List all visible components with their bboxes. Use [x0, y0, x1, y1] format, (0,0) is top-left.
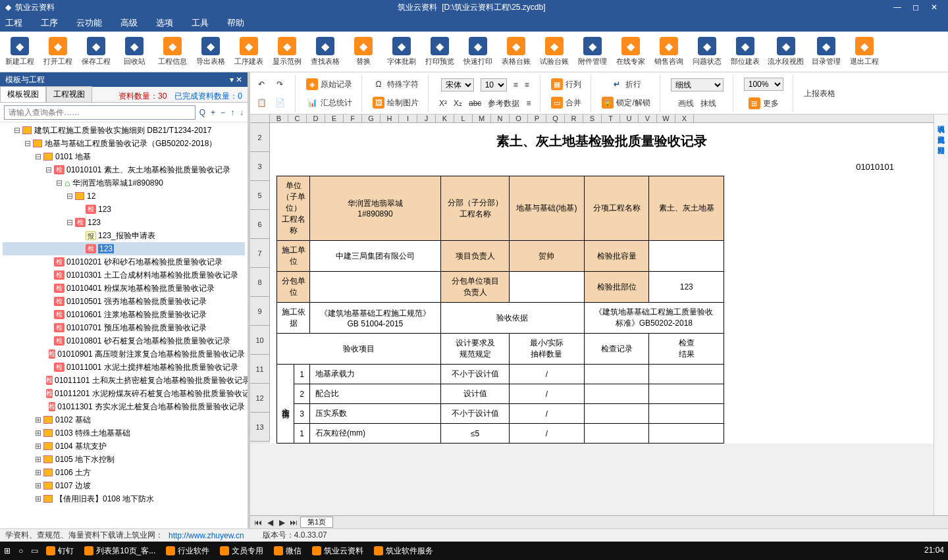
tree-leaf-12[interactable]: ⊟12 [3, 190, 245, 203]
tree-item[interactable]: 检01011201 水泥粉煤灰碎石桩复合地基检验批质量验收记录 [3, 387, 245, 400]
tab-project-view[interactable]: 工程视图 [46, 86, 92, 102]
drawline-button[interactable]: 画线 [678, 98, 694, 109]
tree-0101[interactable]: ⊟0101 地基 [3, 150, 245, 163]
toolbar-部位建表[interactable]: ◆部位建表 [729, 37, 761, 66]
toolbar-流水段视图[interactable]: ◆流水段视图 [768, 37, 804, 66]
menu-process[interactable]: 工序 [41, 17, 58, 29]
left-pane-menu-icon[interactable]: ▾ ✕ [230, 75, 242, 84]
paste-button[interactable]: 📄 [274, 97, 286, 109]
strike-icon[interactable]: abc [469, 99, 481, 108]
stats-button[interactable]: 📊汇总统计 [306, 97, 352, 109]
tree-01010101[interactable]: ⊟检01010101 素土、灰土地基检验批质量验收记录 [3, 163, 245, 176]
rside-desc[interactable]: 填表说明 [934, 115, 948, 125]
original-record-button[interactable]: ◈原始记录 [306, 78, 352, 90]
menu-options[interactable]: 选项 [156, 17, 173, 29]
up-icon[interactable]: ↑ [230, 108, 234, 117]
toolbar-退出工程[interactable]: ◆退出工程 [849, 37, 880, 66]
down-icon[interactable]: ↓ [240, 108, 244, 117]
subscript-icon[interactable]: X₂ [454, 99, 462, 108]
search-icon[interactable]: Q [199, 108, 205, 117]
toolbar-问题状态[interactable]: ◆问题状态 [691, 37, 723, 66]
tree-folder[interactable]: ⊞0107 边坡 [3, 479, 245, 492]
menu-cloud[interactable]: 云功能 [76, 17, 102, 29]
tree-item[interactable]: 检01010201 砂和砂石地基检验批质量验收记录 [3, 255, 245, 268]
toolbar-试验台账[interactable]: ◆试验台账 [539, 37, 570, 66]
toolbar-字体批刷[interactable]: ◆字体批刷 [386, 37, 417, 66]
start-button[interactable]: ⊞ [4, 546, 11, 555]
lock-button[interactable]: 🔒锁定/解锁 [602, 97, 650, 109]
toolbar-工序建表[interactable]: ◆工序建表 [233, 37, 265, 66]
sheet-next[interactable]: ▶ [276, 518, 287, 527]
taskbar-item[interactable]: 文员专用 [220, 546, 263, 557]
menu-project[interactable]: 工程 [5, 17, 22, 29]
tree-folder[interactable]: ⊞0102 基础 [3, 413, 245, 426]
tree-item[interactable]: 检01010301 土工合成材料地基检验批质量验收记录 [3, 268, 245, 282]
tree-item[interactable]: 检01010901 高压喷射注浆复合地基检验批质量验收记录 [3, 347, 245, 361]
tree-leaf-123b[interactable]: ⊟检123 [3, 216, 245, 229]
undo-button[interactable]: ↶ [255, 78, 267, 90]
taskbar-item[interactable]: 筑业云资料 [312, 546, 363, 557]
align-center-icon[interactable]: ≡ [525, 80, 529, 89]
tree-folder[interactable]: ⊞0105 地下水控制 [3, 453, 245, 466]
taskview-icon[interactable]: ▭ [31, 546, 38, 555]
tree-folder[interactable]: ⊞0106 土方 [3, 466, 245, 479]
sheet-prev[interactable]: ◀ [265, 518, 275, 527]
tree-item[interactable]: 检01011301 夯实水泥土桩复合地基检验批质量验收记录 [3, 400, 245, 413]
menu-advanced[interactable]: 高级 [120, 17, 138, 29]
toolbar-替换[interactable]: ◆替换 [348, 37, 379, 66]
toolbar-工程信息[interactable]: ◆工程信息 [157, 37, 188, 66]
menu-help[interactable]: 帮助 [227, 17, 244, 29]
taskbar-item[interactable]: 行业软件 [166, 546, 209, 557]
draw-pic-button[interactable]: 🖼绘制图片 [373, 97, 419, 109]
special-char-button[interactable]: Ω特殊字符 [373, 78, 419, 90]
sheet-first[interactable]: ⏮ [253, 518, 263, 527]
valign-icon[interactable]: ≡ [526, 99, 531, 108]
tree-root[interactable]: ⊟建筑工程施工质量验收实施细则 DB21/T1234-2017 [3, 124, 245, 137]
tree-item[interactable]: 检01010601 注浆地基检验批质量验收记录 [3, 308, 245, 321]
collapse-icon[interactable]: − [221, 108, 225, 117]
toolbar-查找表格[interactable]: ◆查找表格 [309, 37, 341, 66]
close-button[interactable]: ✕ [926, 1, 943, 13]
toolbar-新建工程[interactable]: ◆新建工程 [4, 37, 36, 66]
taskbar-item[interactable]: 钉钉 [46, 546, 74, 557]
maximize-button[interactable]: ◻ [907, 1, 924, 13]
taskbar-item[interactable]: 微信 [274, 546, 302, 557]
tree-sub[interactable]: ⊟地基与基础工程质量验收记录（GB50202-2018） [3, 137, 245, 150]
tree-leaf-selected[interactable]: 检123 [3, 242, 245, 255]
ref-data-button[interactable]: 参考数据 [488, 98, 519, 109]
minimize-button[interactable]: — [889, 1, 906, 13]
erase-button[interactable]: 抹线 [700, 98, 716, 109]
tree-item[interactable]: 检01011101 土和灰土挤密桩复合地基检验批质量验收记录 [3, 374, 245, 387]
tree-item[interactable]: 检01010501 强夯地基检验批质量验收记录 [3, 295, 245, 308]
align-left-icon[interactable]: ≡ [514, 80, 518, 89]
wrap-button[interactable]: ↵折行 [611, 78, 641, 90]
sheet-last[interactable]: ⏭ [288, 518, 299, 527]
expand-icon[interactable]: + [211, 108, 215, 117]
upload-button[interactable]: 上报表格 [804, 88, 835, 99]
taskbar-item[interactable]: 列表第10页_客... [84, 546, 155, 557]
tree-folder[interactable]: ⊞【借用旧表】0108 地下防水 [3, 492, 245, 505]
toolbar-打印预览[interactable]: ◆打印预览 [424, 37, 456, 66]
copy-button[interactable]: 📋 [255, 97, 267, 109]
toolbar-回收站[interactable]: ◆回收站 [118, 37, 150, 66]
sheet-tab-1[interactable]: 第1页 [300, 517, 333, 528]
search-taskbar-icon[interactable]: ○ [18, 546, 23, 555]
toolbar-打开工程[interactable]: ◆打开工程 [42, 37, 74, 66]
tree-leaf-123req[interactable]: 报123_报验申请表 [3, 229, 245, 242]
zoom-select[interactable]: 100% [744, 78, 783, 91]
tree-leaf-123a[interactable]: 检123 [3, 203, 245, 216]
toolbar-显示范例[interactable]: ◆显示范例 [271, 37, 303, 66]
tab-template-view[interactable]: 模板视图 [0, 86, 46, 102]
size-select[interactable]: 10 [481, 78, 507, 91]
toolbar-附件管理[interactable]: ◆附件管理 [577, 37, 608, 66]
toolbar-目录管理[interactable]: ◆目录管理 [810, 37, 842, 66]
toolbar-表格台账[interactable]: ◆表格台账 [500, 37, 532, 66]
more-button[interactable]: ⊞更多 [749, 97, 779, 109]
rside-done[interactable]: 已完成资料 [934, 125, 948, 136]
toolbar-保存工程[interactable]: ◆保存工程 [80, 37, 112, 66]
merge-button[interactable]: ▭合并 [551, 97, 581, 109]
linetype-select[interactable]: 细线 [671, 78, 724, 91]
redo-button[interactable]: ↷ [274, 78, 286, 90]
tree-folder[interactable]: ⊞0103 特殊土地基基础 [3, 426, 245, 440]
tree-item[interactable]: 检01011001 水泥土搅拌桩地基检验批质量验收记录 [3, 361, 245, 374]
